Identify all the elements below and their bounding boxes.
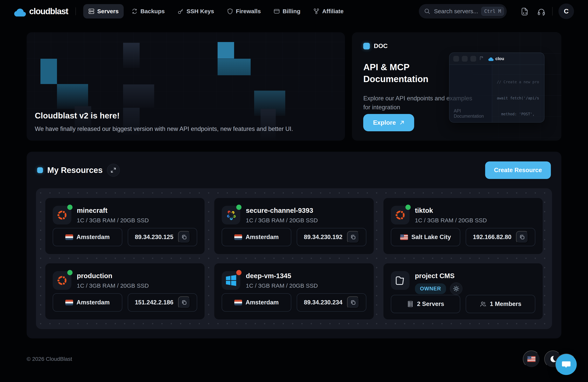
os-tile xyxy=(53,206,71,224)
windows-icon xyxy=(225,275,237,287)
server-card-deep-vm-1345[interactable]: deep-vm-1345 1C / 3GB RAM / 20GB SSD Ams… xyxy=(214,263,374,319)
server-card-secure-channel-9393[interactable]: secure-channel-9393 1C / 3GB RAM / 20GB … xyxy=(214,198,374,254)
folder-icon xyxy=(395,275,406,286)
server-specs: 1C / 3GB RAM / 20GB SSD xyxy=(77,282,149,289)
card-titles: project CMS OWNER xyxy=(415,271,462,295)
card-pills: Amsterdam 89.34.230.234 xyxy=(222,293,366,312)
announcement-banner: Cloudblast v2 is here! We have finally r… xyxy=(27,32,345,141)
resources-grid: minecraft 1C / 3GB RAM / 20GB SSD Amster… xyxy=(45,198,543,319)
location-label: Amsterdam xyxy=(77,233,110,241)
explore-button[interactable]: Explore xyxy=(363,114,414,131)
copy-ip-button[interactable] xyxy=(347,297,359,308)
status-dot-online xyxy=(236,205,242,210)
netherlands-flag-icon xyxy=(65,300,73,305)
project-name: project CMS xyxy=(415,272,462,280)
server-card-minecraft[interactable]: minecraft 1C / 3GB RAM / 20GB SSD Amster… xyxy=(45,198,205,254)
language-button[interactable] xyxy=(523,350,540,368)
copy-ip-button[interactable] xyxy=(178,297,190,308)
search-shortcut-badge: Ctrl M xyxy=(481,7,504,16)
ubuntu-icon xyxy=(56,209,68,222)
server-name: production xyxy=(77,272,149,280)
ip-address: 192.166.82.80 xyxy=(473,233,511,241)
card-pills: Amsterdam 89.34.230.125 xyxy=(53,228,197,246)
copy-icon xyxy=(181,234,187,240)
card-header: tiktok 1C / 3GB RAM / 20GB SSD xyxy=(391,206,535,224)
avatar-initial: C xyxy=(564,7,569,15)
card-pills: Amsterdam 151.242.2.186 xyxy=(53,293,197,312)
nav-item-ssh-keys[interactable]: SSH Keys xyxy=(172,4,219,19)
nav-item-servers[interactable]: Servers xyxy=(83,4,124,19)
copy-ip-button[interactable] xyxy=(347,231,359,243)
project-settings-button[interactable] xyxy=(450,282,462,295)
branch-icon xyxy=(313,8,319,14)
card-pills: Salt Lake City 192.166.82.80 xyxy=(391,228,535,246)
user-avatar[interactable]: C xyxy=(558,3,574,19)
ip-address: 89.34.230.234 xyxy=(304,299,342,306)
preview-sidebar-label: API Documentation xyxy=(454,108,492,119)
server-name: deep-vm-1345 xyxy=(246,272,318,280)
server-card-production[interactable]: production 1C / 3GB RAM / 20GB SSD Amste… xyxy=(45,263,205,319)
grid-block xyxy=(218,42,234,59)
card-header: minecraft 1C / 3GB RAM / 20GB SSD xyxy=(53,206,197,224)
api-docs-preview-window: clou API Documentation // Create a new p… xyxy=(449,53,545,123)
accent-square-icon xyxy=(363,43,370,49)
search-input[interactable] xyxy=(434,8,478,15)
location-pill: Amsterdam xyxy=(53,293,122,312)
location-label: Salt Lake City xyxy=(411,233,451,241)
server-card-tiktok[interactable]: tiktok 1C / 3GB RAM / 20GB SSD xyxy=(383,198,543,254)
ip-address: 89.34.230.192 xyxy=(304,233,342,241)
hero-subtitle: We have finally released our biggest ver… xyxy=(35,126,293,132)
chat-widget-button[interactable] xyxy=(555,354,577,375)
nav-item-billing[interactable]: Billing xyxy=(269,4,305,19)
brand-logo[interactable]: cloudblast xyxy=(14,5,68,17)
nav-item-backups[interactable]: Backups xyxy=(126,4,170,19)
ip-pill: 192.166.82.80 xyxy=(466,228,535,246)
servers-icon xyxy=(88,8,94,14)
grid-block xyxy=(123,85,154,108)
cloud-logo-icon xyxy=(14,5,26,17)
file-code-icon xyxy=(520,7,529,16)
copy-ip-button[interactable] xyxy=(516,231,528,243)
server-specs: 1C / 3GB RAM / 20GB SSD xyxy=(415,217,487,224)
expand-resources-button[interactable] xyxy=(107,164,120,177)
location-pill: Amsterdam xyxy=(222,293,291,312)
members-icon xyxy=(480,301,486,307)
nav-item-firewalls[interactable]: Firewalls xyxy=(222,4,266,19)
create-resource-button[interactable]: Create Resource xyxy=(485,161,551,179)
code-line: // Create a new pro xyxy=(497,79,544,85)
grid-block xyxy=(123,43,140,68)
server-name: secure-channel-9393 xyxy=(246,207,318,214)
nav-label: Firewalls xyxy=(236,8,261,15)
api-docs-button[interactable] xyxy=(520,7,529,16)
resources-header: My Resources Create Resource xyxy=(37,161,551,179)
nav-label: Servers xyxy=(97,8,119,15)
os-tile xyxy=(222,206,240,224)
nav-label: Backups xyxy=(140,8,165,15)
code-line: method: 'POST', xyxy=(497,111,544,117)
headset-icon xyxy=(537,7,546,16)
netherlands-flag-icon xyxy=(234,234,242,240)
os-tile xyxy=(53,271,71,290)
nav-item-affiliate[interactable]: Affiliate xyxy=(308,4,349,19)
us-flag-icon xyxy=(527,356,536,362)
members-count-label: 1 Members xyxy=(490,300,521,308)
cloudblast-dashboard: cloudblast Servers Backups SSH Keys Fire… xyxy=(0,0,588,382)
support-button[interactable] xyxy=(537,7,546,16)
copy-ip-button[interactable] xyxy=(178,231,190,243)
search-bar[interactable]: Ctrl M xyxy=(419,4,507,19)
ip-address: 151.242.2.186 xyxy=(135,299,173,306)
copy-icon xyxy=(519,234,525,240)
accent-square-icon xyxy=(37,167,43,173)
arrow-up-right-icon xyxy=(399,120,404,125)
ip-pill: 151.242.2.186 xyxy=(128,293,197,312)
server-name: tiktok xyxy=(415,207,487,214)
code-snippet: // Create a new pro await fetch('/api/s … xyxy=(492,65,544,122)
nav-label: Billing xyxy=(283,8,300,15)
doc-badge-row: DOC xyxy=(363,42,561,50)
project-card-cms[interactable]: project CMS OWNER xyxy=(383,263,543,319)
card-titles: production 1C / 3GB RAM / 20GB SSD xyxy=(77,271,149,289)
shield-icon xyxy=(227,8,233,14)
status-dot-online xyxy=(67,205,73,210)
code-line: await fetch('/api/s xyxy=(497,95,544,101)
card-header: deep-vm-1345 1C / 3GB RAM / 20GB SSD xyxy=(222,271,366,290)
